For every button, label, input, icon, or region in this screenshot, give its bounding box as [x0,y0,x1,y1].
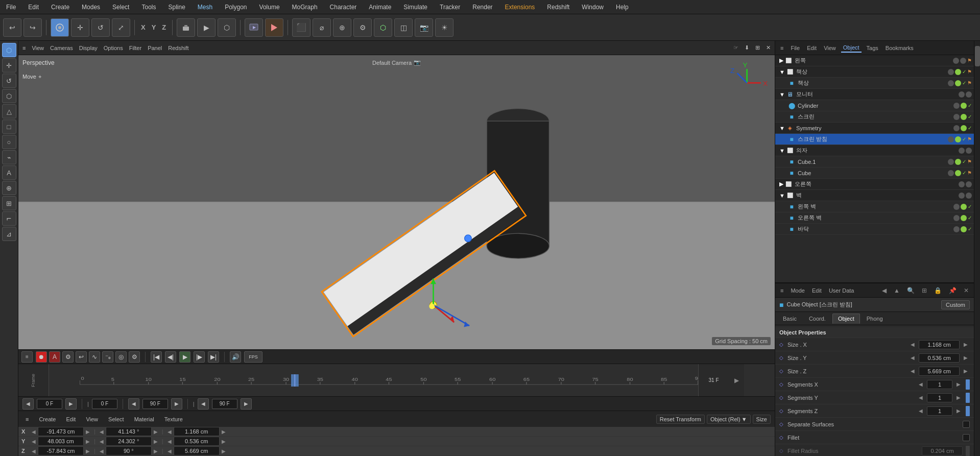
render-dot-cc[interactable] [955,80,961,86]
vis-dot-rw[interactable] [953,215,960,221]
step-back[interactable]: ◀| [165,351,176,363]
path-button[interactable]: ∿ [89,351,100,363]
autokey-button[interactable]: A [49,351,60,363]
onion-skin[interactable]: ◎ [115,351,127,363]
checkbox-separate[interactable] [963,421,970,428]
menu-simulate[interactable]: Simulate [401,3,429,12]
move-tool-left[interactable]: ✛ [2,58,16,73]
grid-tool[interactable]: ⊞ [2,196,16,210]
x-position[interactable] [38,427,84,436]
menu-animate[interactable]: Animate [367,3,393,12]
vis-dot-cube[interactable] [948,170,954,176]
arrow-right-segx[interactable]: ▶ [954,381,963,387]
menu-create[interactable]: Create [49,3,71,12]
size-btn[interactable]: Size [753,415,771,424]
obj-menu-icon[interactable]: ≡ [778,44,785,52]
arrow-right-sx[interactable]: ▶ [962,342,970,347]
3d-viewport-mode[interactable]: ⬡ [2,43,16,57]
play-forward[interactable]: ▶ [179,351,190,363]
goto-end[interactable]: ▶| [208,351,219,363]
arrow-left-sz[interactable]: ◀ [909,368,917,374]
y-val1-next[interactable]: ▶ [86,439,90,444]
arrow-right-segz[interactable]: ▶ [954,408,963,414]
step-forward[interactable]: |▶ [194,351,205,363]
vis-dot-or[interactable] [959,181,965,187]
obj-row-wall[interactable]: ▼ ⬜ 벽 [775,190,974,201]
render-dot-fl[interactable] [961,226,967,232]
motion-path[interactable]: ⁻ₒ [102,351,113,363]
render-dot-sym[interactable] [961,125,967,131]
menu-file[interactable]: File [4,3,18,12]
attr-lock[interactable]: 🔒 [932,287,944,294]
vp-options[interactable]: Options [104,45,123,51]
menu-mograph[interactable]: MoGraph [290,3,320,12]
bottom-select[interactable]: Select [105,415,127,423]
obj-row-symmetry[interactable]: ▼ ◈ Symmetry ✓ [775,123,974,134]
vis-dot-sb[interactable] [948,136,954,142]
bottom-edit[interactable]: Edit [63,415,79,423]
live-selection-button[interactable] [51,18,69,37]
vis-dot-fl[interactable] [953,226,960,232]
menu-tracker[interactable]: Tracker [438,3,462,12]
menu-extensions[interactable]: Extensions [503,3,537,12]
arrow-right-segy[interactable]: ▶ [954,395,963,400]
attr-tab-basic[interactable]: Basic [777,314,802,324]
cube-primitive-button[interactable]: ⬛ [292,18,310,37]
value-seg-y[interactable] [927,393,952,402]
y-val1-prev[interactable]: ◀ [32,439,36,444]
menu-window[interactable]: Window [580,3,606,12]
attr-userdata-btn[interactable]: User Data [827,286,856,295]
obj-row-cylinder[interactable]: ⬤ Cylinder ✓ [775,100,974,111]
triangle-tool[interactable]: △ [2,104,16,118]
menu-edit[interactable]: Edit [26,3,41,12]
render-dot-cube[interactable] [955,170,961,176]
vp-close[interactable]: ✕ [766,44,771,51]
camera-button[interactable]: 📷 [415,18,433,37]
record-button[interactable]: ⏺ [36,351,47,363]
render-dot-cheksang[interactable] [955,69,961,75]
obj-file-btn[interactable]: File [788,44,802,52]
render-dot-lw[interactable] [961,204,967,210]
z-scale[interactable] [174,446,220,455]
transform-tool[interactable]: ⊿ [2,227,16,241]
vp-fullscreen[interactable]: ⊞ [755,44,760,51]
boolean-tool[interactable]: ⊕ [2,181,16,195]
menu-render[interactable]: Render [470,3,494,12]
vp-menu-icon[interactable]: ≡ [22,45,26,51]
text-tool[interactable]: A [2,165,16,180]
attr-custom-button[interactable]: Custom [941,300,970,309]
z-position[interactable] [38,446,84,455]
render-dot-rw[interactable] [961,215,967,221]
obj-row-screen-base[interactable]: ■ 스크린 받침 ✓ ⚑ [775,134,974,145]
nurbs-button[interactable]: ⊕ [333,18,351,37]
point-mode-button[interactable]: ▶ [197,18,216,37]
value-size-z[interactable] [919,367,960,376]
arrow-left-sx[interactable]: ◀ [909,342,917,347]
render-dot-wall[interactable] [966,193,972,199]
obj-row-cube1[interactable]: ■ Cube.1 ✓ ⚑ [775,156,974,167]
checkbox-fillet[interactable] [963,434,970,441]
menu-modes[interactable]: Modes [80,3,102,12]
3d-viewport[interactable]: X Y Z Perspective Default Camera 📷 Move … [18,55,775,349]
obj-row-cheksang-group[interactable]: ▼ ⬜ 책상 ✓ ⚑ [775,66,974,78]
vp-panel[interactable]: Panel [148,45,162,51]
vp-down-icon[interactable]: ⬇ [745,44,749,51]
vis-dot-sym[interactable] [953,125,960,131]
y-scale-next[interactable]: ▶ [222,439,226,444]
field-button[interactable]: ◫ [394,18,413,37]
render-dot-wanjjok[interactable] [960,58,966,64]
menu-volume[interactable]: Volume [257,3,282,12]
circle-tool[interactable]: ○ [2,135,16,149]
tl-menu-btn[interactable]: ≡ [21,351,33,363]
menu-character[interactable]: Character [328,3,359,12]
z-rotation[interactable] [106,446,152,455]
render-preview-button[interactable] [245,18,263,37]
value-size-x[interactable] [919,340,960,349]
effector-button[interactable]: ⬡ [374,18,392,37]
obj-row-screen[interactable]: ■ 스크린 ✓ [775,111,974,123]
obj-tags-btn[interactable]: Tags [865,44,880,52]
arrow-right-sz[interactable]: ▶ [962,368,970,374]
goto-start[interactable]: |◀ [151,351,162,363]
render-button[interactable] [265,18,283,37]
edge-mode-button[interactable]: ⬡ [218,18,236,37]
